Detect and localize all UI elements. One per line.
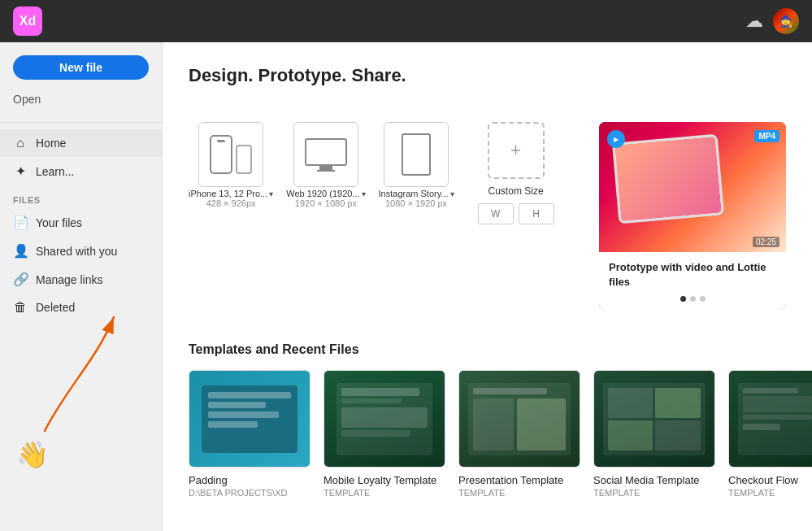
template-thumb-social-media (593, 370, 715, 468)
sidebar-divider (0, 122, 162, 123)
shared-icon: 👤 (13, 243, 28, 259)
sidebar-item-home[interactable]: ⌂ Home (0, 129, 162, 157)
template-card-padding[interactable]: Padding D:\Beta Projects\Xd (189, 370, 310, 498)
open-button[interactable]: Open (0, 89, 162, 119)
new-file-button[interactable]: New file (13, 55, 149, 80)
sidebar-nav: ⌂ Home ✦ Learn... (0, 129, 162, 185)
sidebar-item-manage-links[interactable]: 🔗 Manage links (0, 265, 162, 294)
template-card-mobile-loyalty[interactable]: Mobile Loyalty Template TEMPLATE (323, 370, 445, 498)
files-section-label: FILES (0, 185, 162, 208)
custom-width-input[interactable] (478, 203, 514, 224)
preset-instagram-sublabel: 1080 × 1920 px (385, 198, 447, 208)
custom-size-inputs (478, 203, 554, 224)
sidebar: New file Open ⌂ Home ✦ Learn... FILES 📄 … (0, 42, 163, 531)
user-avatar[interactable]: 🧙 (773, 8, 799, 34)
custom-size-icon: + (488, 122, 545, 179)
template-card-social-media[interactable]: Social Media Template TEMPLATE (593, 370, 715, 498)
preset-instagram-label-wrap: Instagram Story... ▾ (379, 189, 454, 198)
preset-instagram-icon (384, 122, 449, 187)
template-name-mobile-loyalty: Mobile Loyalty Template (323, 474, 445, 486)
promo-dot-3[interactable] (700, 296, 706, 302)
template-thumb-mobile-loyalty (323, 370, 445, 468)
phone-shape-icon (210, 135, 232, 174)
preset-web-label-wrap: Web 1920 (1920... ▾ (286, 189, 365, 198)
template-thumb-presentation (458, 370, 580, 468)
trash-icon: 🗑 (13, 300, 28, 315)
mp4-badge: MP4 (754, 130, 779, 142)
template-name-presentation: Presentation Template (458, 474, 580, 486)
template-tag-social-media: TEMPLATE (593, 488, 715, 498)
promo-text-area: Prototype with video and Lottie files (599, 252, 786, 310)
templates-title: Templates and Recent Files (189, 342, 786, 357)
preset-web-icon (293, 122, 358, 187)
link-icon: 🔗 (13, 272, 28, 287)
template-tag-presentation: TEMPLATE (458, 488, 580, 498)
preset-web1920[interactable]: Web 1920 (1920... ▾ 1920 × 1080 px (286, 122, 365, 208)
template-card-presentation[interactable]: Presentation Template TEMPLATE (458, 370, 580, 498)
app-logo: Xd (13, 7, 42, 36)
main-content: Design. Prototype. Share. (163, 42, 812, 531)
templates-grid: Padding D:\Beta Projects\Xd (189, 370, 786, 498)
hero-section: Design. Prototype. Share. (163, 42, 812, 122)
presets-area: iPhone 13, 12 Pro... ▾ 428 × 926px (163, 122, 812, 326)
custom-size-label: Custom Size (489, 185, 544, 197)
templates-section: Templates and Recent Files (163, 326, 812, 514)
template-tag-mobile-loyalty: TEMPLATE (323, 488, 445, 498)
story-shape-icon (402, 133, 431, 176)
preset-iphone[interactable]: iPhone 13, 12 Pro... ▾ 428 × 926px (189, 122, 273, 208)
template-tag-checkout-flow: TEMPLATE (728, 488, 812, 498)
template-name-padding: Padding (189, 474, 310, 486)
template-thumb-padding (189, 370, 310, 468)
new-file-section: New file (13, 55, 149, 80)
topbar-right: ☁ 🧙 (745, 8, 799, 34)
template-name-checkout-flow: Checkout Flow (728, 474, 812, 486)
promo-time: 02:25 (753, 237, 779, 247)
promo-title: Prototype with video and Lottie files (609, 260, 776, 289)
topbar: Xd ☁ 🧙 (0, 0, 812, 42)
home-icon: ⌂ (13, 136, 28, 150)
sidebar-item-your-files[interactable]: 📄 Your files (0, 208, 162, 237)
sidebar-item-shared-with-you[interactable]: 👤 Shared with you (0, 237, 162, 265)
sidebar-item-learn[interactable]: ✦ Learn... (0, 157, 162, 185)
preset-custom[interactable]: + Custom Size (467, 122, 565, 224)
cloud-icon[interactable]: ☁ (745, 11, 763, 32)
template-card-checkout-flow[interactable]: Checkout Flow TEMPLATE (728, 370, 812, 498)
promo-play-small-icon: ▶ (607, 130, 625, 148)
sidebar-item-deleted[interactable]: 🗑 Deleted (0, 294, 162, 321)
promo-card: ▶ MP4 02:25 Prototype with video and Lot… (599, 122, 786, 310)
desktop-shape-icon (305, 138, 347, 166)
preset-iphone-label-wrap: iPhone 13, 12 Pro... ▾ (189, 189, 273, 198)
preset-iphone-sublabel: 428 × 926px (206, 198, 256, 208)
preset-instagram[interactable]: Instagram Story... ▾ 1080 × 1920 px (379, 122, 454, 208)
promo-dot-2[interactable] (690, 296, 696, 302)
custom-height-input[interactable] (519, 203, 554, 224)
file-icon: 📄 (13, 215, 28, 230)
presets-cards: iPhone 13, 12 Pro... ▾ 428 × 926px (189, 122, 586, 224)
promo-dot-1[interactable] (680, 296, 686, 302)
files-nav: 📄 Your files 👤 Shared with you 🔗 Manage … (0, 208, 162, 321)
template-sublabel-padding: D:\Beta Projects\Xd (189, 488, 310, 498)
hero-title: Design. Prototype. Share. (189, 65, 786, 86)
promo-image: ▶ MP4 02:25 (599, 122, 786, 252)
template-name-social-media: Social Media Template (593, 474, 715, 486)
promo-dots (609, 296, 776, 302)
learn-icon: ✦ (13, 163, 28, 179)
preset-iphone-icon (198, 122, 263, 187)
preset-web-sublabel: 1920 × 1080 px (295, 198, 357, 208)
template-thumb-checkout-flow (728, 370, 812, 468)
